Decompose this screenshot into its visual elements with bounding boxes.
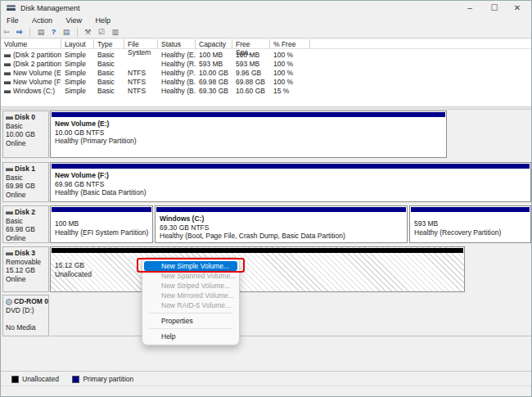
disk-icon — [6, 252, 13, 255]
menu-help[interactable]: Help — [89, 16, 116, 25]
cdrom-header[interactable]: CD-ROM 0 DVD (D:) No Media — [2, 295, 49, 336]
panes-icon[interactable]: ▤ — [63, 27, 70, 38]
column-header-type[interactable]: Type — [94, 39, 124, 49]
disk1-header[interactable]: Disk 1 Basic 69.98 GB Online — [2, 162, 49, 202]
forward-icon[interactable]: ⇨ — [16, 27, 23, 38]
column-header-empty — [310, 39, 532, 49]
partition-c[interactable]: Windows (C:) 69.30 GB NTFS Healthy (Boot… — [155, 205, 408, 243]
menu-bar: File Action View Help — [1, 16, 531, 27]
column-header-pctfree[interactable]: % Free — [270, 39, 310, 49]
window-title: Disk Management — [20, 4, 80, 12]
check-icon[interactable]: ☑ — [98, 27, 105, 38]
app-icon — [7, 5, 16, 11]
disk-icon — [6, 168, 13, 171]
menu-item-properties[interactable]: Properties — [142, 316, 239, 326]
volume-list: Volume Layout Type File System Status Ca… — [1, 39, 531, 106]
primary-partition-bar — [52, 207, 151, 212]
primary-partition-bar — [52, 112, 445, 117]
volume-icon — [4, 90, 11, 93]
menu-item-new-spanned-volume: New Spanned Volume... — [142, 271, 239, 281]
primary-partition-swatch — [72, 376, 79, 383]
menu-view[interactable]: View — [61, 16, 88, 25]
disk-icon — [6, 116, 13, 120]
minimize-button[interactable]: – — [458, 1, 482, 16]
menu-item-new-raid5-volume: New RAID-5 Volume... — [142, 300, 239, 310]
legend-primary-partition: Primary partition — [72, 375, 133, 383]
volume-icon — [4, 81, 11, 84]
volume-icon — [4, 63, 11, 66]
legend-unallocated: Unallocated — [11, 375, 59, 383]
menu-separator — [149, 328, 232, 329]
column-header-filesystem[interactable]: File System — [124, 39, 158, 49]
partition-efi[interactable]: 100 MB Healthy (EFI System Partition) — [50, 205, 153, 243]
partition-unallocated[interactable]: 15.12 GB Unallocated — [50, 246, 465, 292]
toolbar-separator — [77, 28, 78, 37]
partition-f[interactable]: New Volume (F:) 69.98 GB NTFS Healthy (B… — [50, 162, 531, 202]
column-header-volume[interactable]: Volume — [1, 39, 61, 49]
menu-separator — [149, 313, 232, 314]
menu-item-new-striped-volume: New Striped Volume... — [142, 281, 239, 291]
window-bottom-strip — [1, 386, 531, 397]
primary-partition-bar — [52, 164, 530, 169]
menu-action[interactable]: Action — [26, 16, 58, 25]
toolbar-separator — [29, 28, 30, 37]
close-button[interactable]: ✕ — [505, 1, 530, 16]
back-icon[interactable]: ⇦ — [3, 27, 10, 38]
disk2-header[interactable]: Disk 2 Basic 69.98 GB Online — [2, 205, 49, 243]
unallocated-swatch — [11, 376, 19, 383]
column-header-freespace[interactable]: Free Spa... — [232, 39, 270, 49]
cdrom-media-area[interactable] — [50, 295, 531, 336]
disk0-header[interactable]: Disk 0 Basic 10.00 GB Online — [2, 111, 49, 158]
title-bar: Disk Management – ☐ ✕ — [1, 1, 531, 16]
unallocated-bar — [52, 248, 463, 253]
context-menu: New Simple Volume... New Spanned Volume.… — [142, 257, 240, 345]
disk3-header[interactable]: Disk 3 Removable 15.12 GB Online — [2, 246, 49, 292]
console-tree-icon[interactable]: ▤ — [38, 27, 45, 38]
volume-icon — [4, 72, 11, 75]
list-view-icon[interactable]: ▥ — [111, 27, 119, 38]
column-header-status[interactable]: Status — [158, 39, 196, 49]
disk-icon — [6, 211, 13, 214]
partition-e[interactable]: New Volume (E:) 10.00 GB NTFS Healthy (P… — [50, 111, 447, 158]
pane-splitter[interactable] — [1, 106, 531, 110]
menu-item-new-mirrored-volume: New Mirrored Volume... — [142, 291, 239, 300]
partition-recovery[interactable]: 593 MB Healthy (Recovery Partition) — [409, 205, 531, 243]
maximize-button[interactable]: ☐ — [482, 1, 507, 16]
menu-item-new-simple-volume[interactable]: New Simple Volume... — [144, 261, 237, 271]
column-header-capacity[interactable]: Capacity — [196, 39, 232, 49]
primary-partition-bar — [156, 207, 406, 212]
disk-management-window: Disk Management – ☐ ✕ File Action View H… — [0, 0, 532, 397]
action-icon[interactable]: ⚒ — [84, 27, 91, 38]
primary-partition-bar — [411, 207, 530, 212]
volume-icon — [4, 54, 11, 57]
cdrom-icon — [6, 299, 12, 305]
menu-file[interactable]: File — [1, 16, 25, 25]
menu-item-help[interactable]: Help — [142, 332, 239, 341]
column-header-layout[interactable]: Layout — [61, 39, 94, 49]
help-icon[interactable]: ? — [52, 27, 56, 38]
legend-bar: Unallocated Primary partition — [1, 371, 531, 386]
toolbar: ⇦ ⇨ ▤ ? ▤ ⚒ ☑ ▥ — [1, 27, 531, 38]
